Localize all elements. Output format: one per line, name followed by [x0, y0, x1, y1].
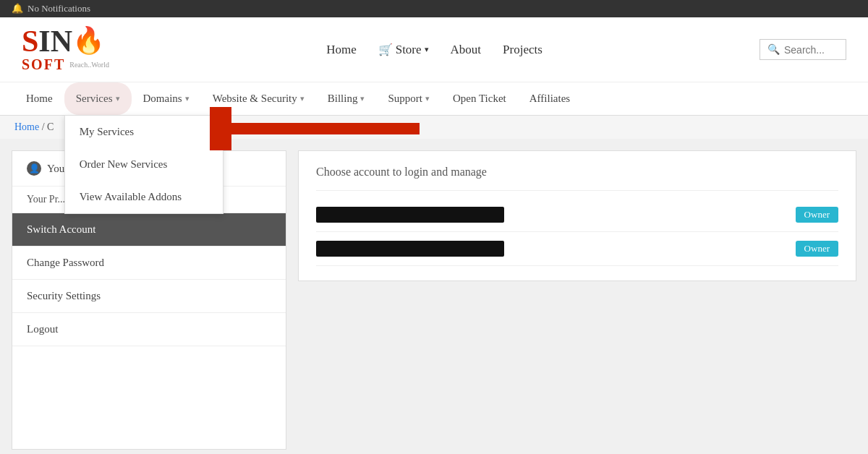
dropdown-my-services[interactable]: My Services: [65, 116, 223, 148]
search-box: 🔍: [760, 39, 846, 60]
account-divider-1: [316, 190, 838, 191]
logo-tagline: Reach..World: [69, 61, 109, 69]
breadcrumb-separator: /: [42, 121, 47, 132]
user-avatar-icon: 👤: [27, 161, 41, 176]
nav-about[interactable]: About: [451, 43, 482, 57]
secondary-navbar: Home Services ▾ My Services Order New Se…: [0, 82, 868, 116]
notification-text: No Notifications: [27, 3, 90, 14]
sidebar-switch-account[interactable]: Switch Account: [12, 213, 286, 247]
billing-caret: ▾: [360, 94, 365, 103]
logo-soft-text: SOFT: [22, 56, 65, 73]
nav-item-billing[interactable]: Billing ▾: [316, 82, 377, 115]
nav-item-domains[interactable]: Domains ▾: [132, 82, 201, 115]
store-caret: ▾: [425, 45, 429, 54]
nav-item-website-security[interactable]: Website & Security ▾: [201, 82, 316, 115]
notification-bar: 🔔 No Notifications: [0, 0, 868, 17]
owner-badge-2[interactable]: Owner: [796, 241, 838, 257]
account-name-bar-1: [316, 207, 504, 223]
search-icon: 🔍: [767, 43, 780, 56]
breadcrumb-current: C: [47, 121, 54, 132]
services-caret: ▾: [116, 94, 120, 103]
bell-icon: 🔔: [12, 3, 23, 14]
breadcrumb-home[interactable]: Home: [14, 121, 39, 132]
dropdown-order-new-services[interactable]: Order New Services: [65, 148, 223, 181]
sidebar-user-name: You: [47, 163, 64, 175]
services-wrapper: Services ▾ My Services Order New Service…: [64, 82, 132, 115]
nav-item-open-ticket[interactable]: Open Ticket: [441, 82, 518, 115]
support-caret: ▾: [425, 94, 430, 103]
domains-caret: ▾: [185, 94, 190, 103]
services-dropdown: My Services Order New Services View Avai…: [64, 115, 224, 214]
logo-in: IN: [38, 26, 72, 56]
site-header: S IN 🔥 SOFT Reach..World Home 🛒 Store ▾ …: [0, 17, 868, 82]
nav-item-services[interactable]: Services ▾: [64, 82, 132, 115]
website-security-caret: ▾: [300, 94, 305, 103]
sidebar-change-password[interactable]: Change Password: [12, 247, 286, 280]
cart-icon: 🛒: [378, 43, 393, 56]
logo[interactable]: S IN 🔥 SOFT Reach..World: [22, 26, 109, 73]
logo-flame-icon: 🔥: [72, 27, 105, 53]
account-box-title: Choose account to login and manage: [316, 166, 838, 179]
nav-item-support[interactable]: Support ▾: [376, 82, 441, 115]
right-panel: Choose account to login and manage Owner…: [298, 150, 856, 450]
nav-home[interactable]: Home: [326, 43, 357, 57]
nav-projects[interactable]: Projects: [503, 43, 542, 57]
main-navigation: Home 🛒 Store ▾ About Projects: [326, 43, 542, 57]
sidebar-security-settings[interactable]: Security Settings: [12, 280, 286, 313]
dropdown-view-available-addons[interactable]: View Available Addons: [65, 181, 223, 213]
nav-store[interactable]: 🛒 Store ▾: [378, 43, 429, 57]
account-box: Choose account to login and manage Owner…: [298, 150, 856, 281]
sidebar-logout[interactable]: Logout: [12, 313, 286, 346]
account-row-1: Owner: [316, 198, 838, 232]
nav-item-affiliates[interactable]: Affiliates: [518, 82, 582, 115]
nav-item-home[interactable]: Home: [14, 82, 64, 115]
logo-s: S: [22, 26, 38, 56]
account-row-2: Owner: [316, 232, 838, 266]
account-name-bar-2: [316, 241, 504, 257]
owner-badge-1[interactable]: Owner: [796, 207, 838, 223]
search-input[interactable]: [784, 44, 842, 56]
